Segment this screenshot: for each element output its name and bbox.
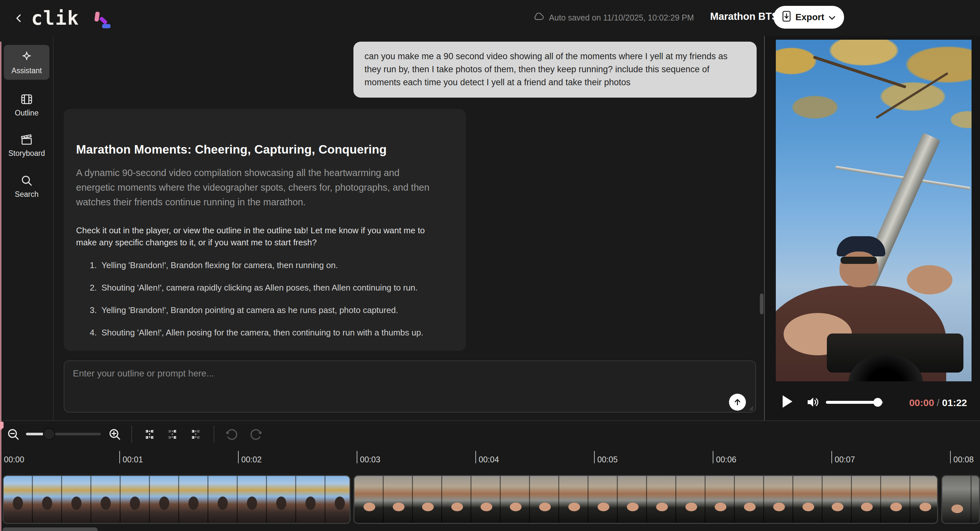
sidebar-item-outline[interactable]: Outline bbox=[4, 87, 49, 122]
split-clip-button[interactable] bbox=[142, 427, 157, 442]
export-file-icon bbox=[782, 11, 791, 24]
logo-text: clik bbox=[31, 7, 80, 29]
send-button[interactable] bbox=[729, 394, 746, 411]
ruler-tick-label: 00:07 bbox=[835, 455, 855, 464]
assistant-note: Check it out in the player, or view the … bbox=[76, 225, 427, 249]
chat-panel: can you make me a 90 second video showin… bbox=[54, 36, 764, 420]
search-icon bbox=[20, 174, 33, 187]
toolbar-divider bbox=[131, 426, 132, 443]
textarea-resize-handle[interactable] bbox=[748, 405, 753, 411]
prompt-input[interactable] bbox=[64, 361, 755, 412]
autumn-foliage bbox=[776, 40, 972, 217]
timeline-section: 00:0000:0100:0200:0300:0400:0500:0600:07… bbox=[0, 420, 980, 531]
cloud-icon bbox=[533, 12, 544, 23]
zoom-out-button[interactable] bbox=[6, 427, 21, 442]
clip-thumbnails bbox=[942, 476, 979, 523]
logo-confetti-blue-icon bbox=[102, 24, 111, 28]
moment-list-item: Yelling 'Brandon!', Brandon flexing for … bbox=[76, 260, 453, 270]
player-controls: 00:00/01:22 bbox=[765, 386, 980, 420]
current-time: 00:00 bbox=[909, 397, 934, 408]
clip-3[interactable] bbox=[941, 475, 980, 524]
app-logo: clik bbox=[31, 7, 80, 29]
timeline-zoom-slider[interactable] bbox=[26, 433, 101, 435]
volume-slider[interactable] bbox=[826, 401, 883, 404]
project-title: Marathon BTS bbox=[710, 11, 778, 22]
sidebar-item-label: Assistant bbox=[11, 66, 41, 75]
sidebar-item-label: Search bbox=[15, 190, 39, 199]
ruler-tick-label: 00:08 bbox=[953, 455, 974, 464]
autosave-text: Auto saved on 11/10/2025, 10:02:29 PM bbox=[549, 13, 694, 22]
zoom-in-button[interactable] bbox=[107, 427, 122, 442]
playhead[interactable] bbox=[0, 41, 6, 531]
ruler-tick-label: 00:01 bbox=[123, 455, 143, 464]
sidebar-item-search[interactable]: Search bbox=[4, 169, 49, 203]
ruler-tick bbox=[831, 451, 832, 463]
sidebar-item-label: Outline bbox=[15, 108, 39, 118]
timeline-ruler[interactable]: 00:0000:0100:0200:0300:0400:0500:0600:07… bbox=[0, 450, 980, 472]
sidebar-item-label: Storyboard bbox=[8, 149, 45, 158]
film-icon bbox=[20, 92, 33, 106]
export-label: Export bbox=[795, 12, 824, 22]
back-button[interactable] bbox=[12, 12, 25, 25]
moment-list-item: Shouting 'Allen!', camera rapidly clicki… bbox=[76, 283, 453, 293]
timeline-toolbar bbox=[0, 421, 980, 450]
logo-confetti-pink-icon bbox=[94, 11, 100, 22]
volume-icon[interactable] bbox=[807, 396, 820, 410]
sidebar-item-storyboard[interactable]: Storyboard bbox=[4, 128, 49, 163]
time-display: 00:00/01:22 bbox=[909, 397, 967, 408]
logo-confetti-purple-icon bbox=[99, 16, 108, 25]
ruler-tick bbox=[950, 451, 951, 463]
trim-right-button[interactable] bbox=[188, 427, 203, 442]
assistant-moment-list: Yelling 'Brandon!', Brandon flexing for … bbox=[76, 260, 453, 351]
export-button[interactable]: Export bbox=[773, 6, 844, 29]
ruler-tick bbox=[713, 451, 713, 463]
clip-2[interactable] bbox=[353, 475, 938, 524]
prompt-box bbox=[64, 360, 756, 413]
ruler-tick bbox=[476, 451, 476, 463]
ruler-tick-label: 00:06 bbox=[716, 455, 737, 464]
top-bar: clik Auto saved on 11/10/2025, 10:02:29 … bbox=[0, 0, 980, 36]
play-icon bbox=[783, 395, 792, 408]
time-separator: / bbox=[934, 397, 942, 408]
moment-list-item: Yelling 'Nick!', Nick pointing at the ca… bbox=[76, 350, 453, 351]
clip-1[interactable] bbox=[3, 475, 350, 524]
playhead-line bbox=[0, 41, 1, 531]
clip-thumbnails bbox=[3, 476, 350, 523]
clapperboard-icon bbox=[20, 133, 33, 147]
video-preview bbox=[776, 40, 972, 381]
toolbar-divider bbox=[214, 426, 214, 443]
ruler-tick bbox=[357, 451, 357, 463]
videographer-glasses bbox=[840, 257, 877, 264]
total-duration: 01:22 bbox=[942, 397, 967, 408]
hand-on-pole bbox=[907, 265, 952, 295]
sidebar: Assistant Outline Storyboard Search bbox=[0, 36, 54, 420]
ruler-tick bbox=[238, 451, 239, 463]
ruler-tick bbox=[119, 451, 120, 463]
ruler-tick-label: 00:05 bbox=[597, 455, 618, 464]
ruler-tick-label: 00:03 bbox=[360, 455, 380, 464]
autosave-status: Auto saved on 11/10/2025, 10:02:29 PM bbox=[533, 12, 694, 23]
clip-thumbnails bbox=[355, 476, 937, 523]
redo-button[interactable] bbox=[248, 427, 263, 442]
chat-scrollbar[interactable] bbox=[760, 293, 764, 314]
assistant-title: Marathon Moments: Cheering, Capturing, C… bbox=[76, 143, 453, 156]
user-message-bubble: can you make me a 90 second video showin… bbox=[353, 41, 757, 97]
player-panel: 00:00/01:22 bbox=[765, 36, 980, 420]
ruler-tick bbox=[594, 451, 595, 463]
moment-list-item: Yelling 'Brandon!', Brandon pointing at … bbox=[76, 305, 453, 315]
play-button[interactable] bbox=[783, 395, 794, 408]
volume-slider-thumb[interactable] bbox=[873, 398, 882, 407]
timeline-zoom-thumb[interactable] bbox=[43, 428, 55, 440]
assistant-subtitle: A dynamic 90-second video compilation sh… bbox=[76, 166, 440, 209]
ruler-tick-label: 00:02 bbox=[241, 455, 262, 464]
assistant-response-card: Marathon Moments: Cheering, Capturing, C… bbox=[64, 109, 466, 351]
sidebar-item-assistant[interactable]: Assistant bbox=[4, 45, 49, 80]
moment-list-item: Shouting 'Allen!', Allen posing for the … bbox=[76, 328, 453, 338]
timeline-clips-track bbox=[0, 475, 980, 524]
undo-button[interactable] bbox=[224, 427, 239, 442]
ruler-tick-label: 00:04 bbox=[479, 455, 499, 464]
timeline-scrollbar[interactable] bbox=[3, 528, 97, 531]
ruler-tick-label: 00:00 bbox=[4, 455, 24, 464]
chevron-down-icon bbox=[829, 12, 836, 22]
trim-left-button[interactable] bbox=[165, 427, 180, 442]
